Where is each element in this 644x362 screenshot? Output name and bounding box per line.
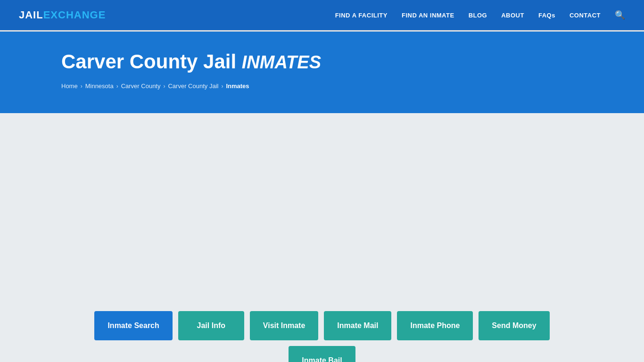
main-content-area [0, 113, 644, 302]
breadcrumb-sep-2: › [116, 83, 118, 90]
nav-blog[interactable]: BLOG [469, 12, 487, 19]
btn-inmate-mail[interactable]: Inmate Mail [324, 311, 391, 340]
main-nav: FIND A FACILITY FIND AN INMATE BLOG ABOU… [335, 10, 625, 20]
breadcrumb-minnesota[interactable]: Minnesota [85, 82, 114, 90]
breadcrumb-carver-county[interactable]: Carver County [121, 82, 161, 90]
site-header: JAIL EXCHANGE FIND A FACILITY FIND AN IN… [0, 0, 644, 30]
buttons-row-1: Inmate Search Jail Info Visit Inmate Inm… [61, 311, 583, 362]
nav-faqs[interactable]: FAQs [538, 12, 555, 19]
btn-visit-inmate[interactable]: Visit Inmate [250, 311, 319, 340]
page-title-main: Carver County Jail [61, 50, 242, 73]
btn-inmate-phone[interactable]: Inmate Phone [397, 311, 473, 340]
breadcrumb-sep-3: › [163, 83, 165, 90]
breadcrumb-home[interactable]: Home [61, 82, 78, 90]
nav-about[interactable]: ABOUT [501, 12, 524, 19]
nav-find-facility[interactable]: FIND A FACILITY [335, 12, 388, 19]
page-title-italic: INMATES [242, 52, 321, 72]
site-logo[interactable]: JAIL EXCHANGE [19, 9, 106, 21]
nav-contact[interactable]: CONTACT [570, 12, 601, 19]
breadcrumb-sep-4: › [221, 83, 223, 90]
hero-section: Carver County Jail INMATES Home › Minnes… [0, 32, 644, 113]
btn-send-money[interactable]: Send Money [479, 311, 549, 340]
logo-jail-text: JAIL [19, 9, 43, 21]
btn-jail-info[interactable]: Jail Info [178, 311, 244, 340]
nav-find-inmate[interactable]: FIND AN INMATE [402, 12, 454, 19]
logo-exchange-text: EXCHANGE [43, 9, 106, 21]
breadcrumb-carver-county-jail[interactable]: Carver County Jail [168, 82, 218, 90]
btn-inmate-search[interactable]: Inmate Search [94, 311, 172, 340]
buttons-section: Inmate Search Jail Info Visit Inmate Inm… [0, 302, 644, 362]
breadcrumb-sep-1: › [81, 83, 83, 90]
search-icon[interactable]: 🔍 [615, 10, 625, 20]
page-title: Carver County Jail INMATES [61, 50, 583, 73]
breadcrumb-inmates: Inmates [226, 82, 249, 90]
btn-inmate-bail[interactable]: Inmate Bail [289, 346, 355, 362]
breadcrumb: Home › Minnesota › Carver County › Carve… [61, 82, 583, 90]
